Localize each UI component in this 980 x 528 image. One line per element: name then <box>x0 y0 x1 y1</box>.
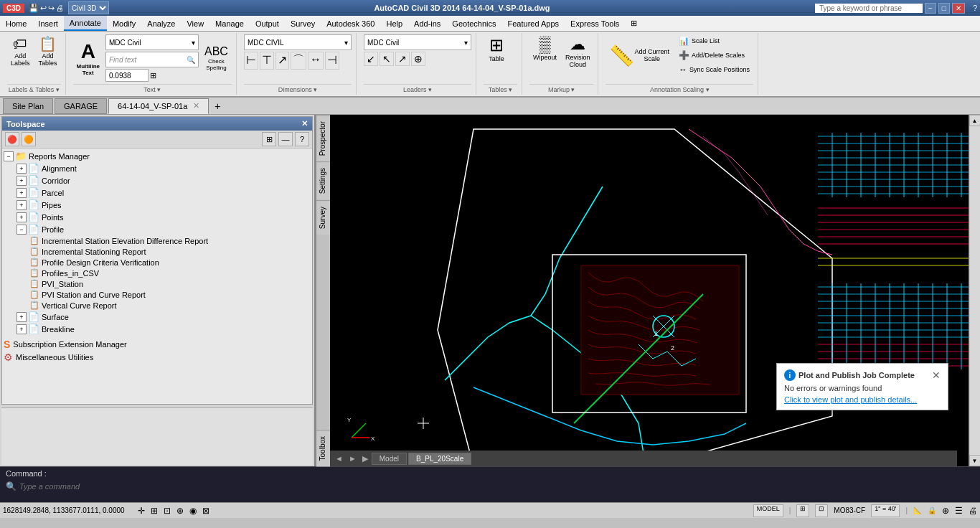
otrack-icon[interactable]: ⊠ <box>202 506 209 516</box>
notification-close-button[interactable]: ✕ <box>932 370 941 380</box>
menu-addins[interactable]: Add-ins <box>408 16 446 31</box>
wipeout-button[interactable]: ▒ Wipeout <box>529 34 560 63</box>
menu-analyze[interactable]: Analyze <box>141 16 181 31</box>
new-tab-button[interactable]: + <box>210 99 225 113</box>
tree-alignment-expand[interactable]: + <box>17 164 27 174</box>
vp-nav-right[interactable]: ► <box>347 454 359 463</box>
vp-nav-left[interactable]: ◄ <box>333 454 345 463</box>
menu-autodesk360[interactable]: Autodesk 360 <box>321 16 380 31</box>
toolspace-btn-help[interactable]: ? <box>295 132 309 146</box>
dim-btn-6[interactable]: ⊣ <box>325 52 339 70</box>
text-style-dropdown[interactable]: MDC Civil ▾ <box>105 34 199 50</box>
side-tab-settings[interactable]: Settings <box>316 161 330 199</box>
tree-vertical-curve[interactable]: 📋 Vertical Curve Report <box>29 300 311 311</box>
min-button[interactable]: − <box>925 3 936 14</box>
add-current-scale-button[interactable]: 📏 Add CurrentScale <box>606 42 673 70</box>
tree-breakline-expand[interactable]: + <box>17 324 27 334</box>
close-button[interactable]: ✕ <box>952 3 965 14</box>
help-button[interactable]: ? <box>973 4 977 12</box>
viewport-tab-model[interactable]: Model <box>372 453 407 465</box>
tree-surface-expand[interactable]: + <box>17 312 27 322</box>
grid-icon[interactable]: ⊞ <box>151 506 158 516</box>
dim-btn-4[interactable]: ⌒ <box>291 52 306 70</box>
print-icon[interactable]: 🖨 <box>56 4 64 13</box>
menu-geotechnics[interactable]: Geotechnics <box>446 16 501 31</box>
model-space-button[interactable]: MODEL <box>753 504 783 517</box>
tree-profile[interactable]: − 📄 Profile <box>17 223 311 235</box>
print-icon-status[interactable]: 🖨 <box>969 506 977 516</box>
toolspace-btn-folder[interactable]: 🔴 <box>5 132 19 146</box>
table-button[interactable]: ⊞ Table <box>484 34 509 65</box>
menu-more[interactable]: ⊞ <box>625 16 643 31</box>
leader-btn-3[interactable]: ↗ <box>395 52 410 66</box>
tree-root-expand[interactable]: − <box>4 151 14 161</box>
font-options-icon[interactable]: ⊞ <box>150 71 156 80</box>
redo-icon[interactable]: ↪ <box>48 4 55 13</box>
text-height-input[interactable] <box>105 69 149 82</box>
dim-style-dropdown[interactable]: MDC CIVIL ▾ <box>244 34 352 50</box>
doc-tab-current[interactable]: 64-14-04_V-SP-01a ✕ <box>108 98 209 114</box>
tree-corridor[interactable]: + 📄 Corridor <box>17 174 311 187</box>
menu-insert[interactable]: Insert <box>32 16 64 31</box>
menu-manage[interactable]: Manage <box>209 16 250 31</box>
multiline-text-button[interactable]: A MultilineText <box>73 38 103 78</box>
tree-corridor-expand[interactable]: + <box>17 176 27 186</box>
menu-help[interactable]: Help <box>380 16 408 31</box>
tree-pvi-station-curve[interactable]: 📋 PVI Station and Curve Report <box>29 289 311 300</box>
tree-alignment[interactable]: + 📄 Alignment <box>17 162 311 174</box>
tree-pipes[interactable]: + 📄 Pipes <box>17 199 311 211</box>
max-button[interactable]: □ <box>938 3 950 14</box>
lock-icon[interactable]: 🔒 <box>928 506 936 514</box>
leader-btn-2[interactable]: ↖ <box>380 52 394 66</box>
dim-btn-3[interactable]: ↗ <box>275 52 289 70</box>
tree-incremental-station-elev[interactable]: 📋 Incremental Station Elevation Differen… <box>29 235 311 246</box>
dim-btn-1[interactable]: ⊢ <box>244 52 258 70</box>
leader-style-dropdown[interactable]: MDC Civil ▾ <box>364 34 471 50</box>
viewport-tab-bpl20scale[interactable]: B_PL_20Scale <box>408 453 471 465</box>
tree-surface[interactable]: + 📄 Surface <box>17 311 311 323</box>
revision-cloud-button[interactable]: ☁ RevisionCloud <box>562 34 594 70</box>
viewport-scale-button[interactable]: ⊞ <box>796 504 809 517</box>
app-icon[interactable]: C3D <box>3 4 24 13</box>
tree-breakline[interactable]: + 📄 Breakline <box>17 323 311 335</box>
menu-featured-apps[interactable]: Featured Apps <box>502 16 565 31</box>
tree-profiles-csv[interactable]: 📋 Profiles_in_CSV <box>29 268 311 278</box>
tree-pipes-expand[interactable]: + <box>17 200 27 210</box>
isolate-icon[interactable]: ☰ <box>955 506 963 516</box>
tree-points-expand[interactable]: + <box>17 212 27 222</box>
toolspace-close-icon[interactable]: ✕ <box>301 119 308 128</box>
osnap-icon[interactable]: ◉ <box>189 506 197 516</box>
menu-express-tools[interactable]: Express Tools <box>565 16 625 31</box>
tree-profile-expand[interactable]: − <box>17 225 27 235</box>
annotation-scale-button[interactable]: 1" = 40' <box>871 504 900 517</box>
tree-profile-design[interactable]: 📋 Profile Design Criteria Verification <box>29 257 311 268</box>
save-icon[interactable]: 💾 <box>29 4 39 13</box>
add-tables-button[interactable]: 📋 AddTables <box>35 34 61 69</box>
scroll-down-button[interactable]: ▼ <box>969 455 981 466</box>
hardware-accel-icon[interactable]: ⊕ <box>942 506 949 516</box>
sync-scale-positions-button[interactable]: ↔ Sync Scale Positions <box>675 63 753 76</box>
toolspace-btn-collapse[interactable]: — <box>278 132 293 146</box>
menu-annotate[interactable]: Annotate <box>64 16 107 31</box>
scale-list-button[interactable]: 📊 Scale List <box>675 34 753 47</box>
menu-survey[interactable]: Survey <box>285 16 321 31</box>
toolspace-btn-arrange[interactable]: ⊞ <box>262 132 276 146</box>
notification-link[interactable]: Click to view plot and publish details..… <box>784 395 941 404</box>
command-input[interactable] <box>19 482 974 491</box>
doc-tab-garage[interactable]: GARAGE <box>55 98 107 114</box>
menu-home[interactable]: Home <box>0 16 32 31</box>
tree-pvi-station[interactable]: 📋 PVI_Station <box>29 278 311 289</box>
tree-points[interactable]: + 📄 Points <box>17 211 311 223</box>
doc-tab-site-plan[interactable]: Site Plan <box>3 98 53 114</box>
tree-misc[interactable]: ⚙ Miscellaneous Utilities <box>4 351 311 364</box>
side-tab-survey[interactable]: Survey <box>316 200 330 235</box>
menu-modify[interactable]: Modify <box>107 16 141 31</box>
add-labels-button[interactable]: 🏷 AddLabels <box>7 34 34 69</box>
toolspace-btn-settings[interactable]: 🟠 <box>22 132 36 146</box>
search-input[interactable]: Type a keyword or phrase <box>815 4 923 13</box>
scroll-up-button[interactable]: ▲ <box>969 115 981 126</box>
add-delete-scales-button[interactable]: ➕ Add/Delete Scales <box>675 49 753 62</box>
menu-output[interactable]: Output <box>250 16 285 31</box>
scroll-track[interactable] <box>970 126 980 455</box>
tree-incremental-stationing[interactable]: 📋 Incremental Stationing Report <box>29 246 311 257</box>
